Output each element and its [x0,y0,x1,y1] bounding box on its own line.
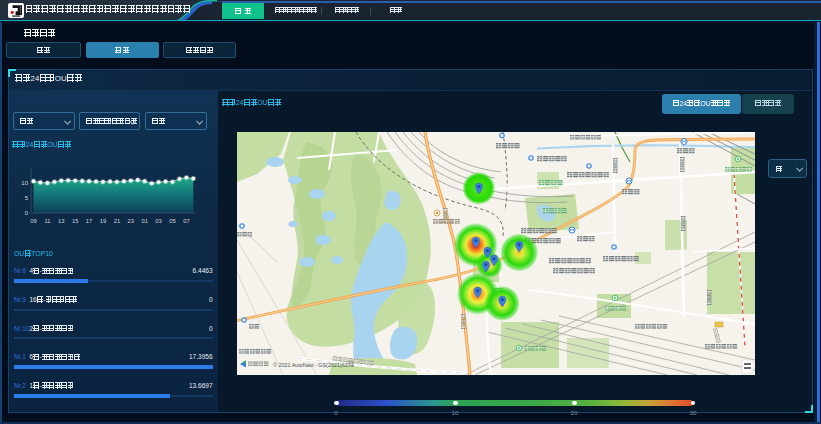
svg-text:07: 07 [183,218,189,224]
svg-text:05: 05 [169,218,175,224]
svg-text:03: 03 [155,218,161,224]
svg-text:© 2021 AutoNavi - GS(2021)6375: © 2021 AutoNavi - GS(2021)6375 [273,362,354,368]
svg-text:11: 11 [44,218,50,224]
svg-text:23: 23 [128,218,134,224]
svg-text:15: 15 [72,218,78,224]
svg-text:13: 13 [58,218,64,224]
svg-text:19: 19 [100,218,106,224]
svg-text:01: 01 [141,218,147,224]
svg-text:0: 0 [25,210,29,216]
svg-text:5: 5 [25,195,29,201]
svg-text:21: 21 [114,218,120,224]
svg-text:09: 09 [30,218,36,224]
svg-text:10: 10 [21,180,28,186]
svg-text:17: 17 [86,218,92,224]
